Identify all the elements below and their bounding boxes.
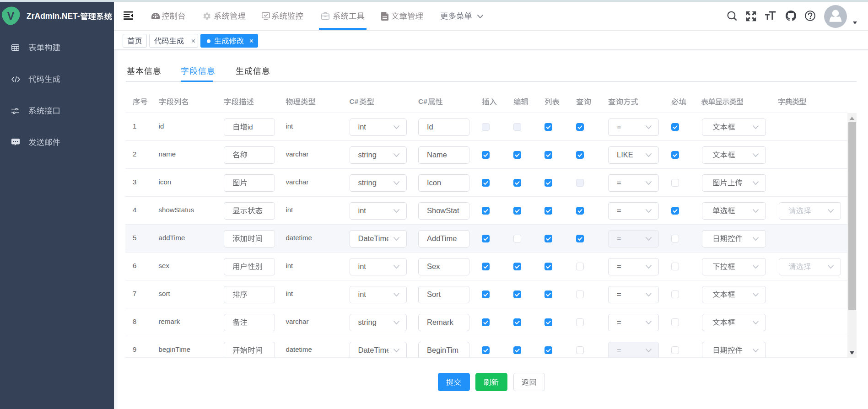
svg-text:V: V (7, 10, 14, 22)
